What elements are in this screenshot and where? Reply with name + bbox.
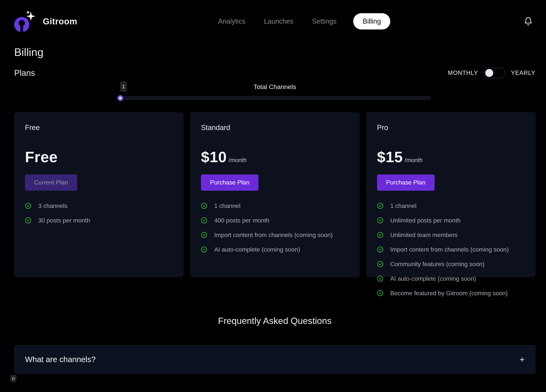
check-icon [201, 246, 207, 253]
faq-item-what-are-channels[interactable]: What are channels? + [14, 345, 535, 374]
billing-cycle-switch: MONTHLY YEARLY [448, 68, 535, 78]
feature-text: 30 posts per month [38, 217, 90, 224]
current-plan-button[interactable]: Current Plan [25, 174, 77, 191]
feature-text: Import content from channels (coming soo… [214, 232, 333, 239]
main-nav: Analytics Launches Settings Billing [216, 13, 390, 30]
monthly-label: MONTHLY [448, 70, 478, 76]
feature-list: 1 channel Unlimited posts per month Unli… [377, 202, 525, 297]
check-icon [377, 261, 384, 267]
feature-row: 400 posts per month [201, 217, 349, 224]
brand-name: Gitroom [43, 16, 77, 26]
feature-row: Import content from channels (coming soo… [201, 232, 349, 239]
feature-text: 1 channel [214, 202, 240, 209]
feature-text: Unlimited posts per month [390, 217, 461, 224]
feature-text: Import content from channels (coming soo… [390, 246, 509, 253]
feature-list: 3 channels 30 posts per month [25, 202, 173, 224]
feature-row: AI auto-complete (coming soon) [201, 246, 349, 253]
nav-item-launches[interactable]: Launches [262, 14, 295, 29]
check-icon [377, 246, 384, 253]
plus-icon[interactable]: + [520, 355, 525, 364]
plan-price-row: $15 /month [377, 148, 525, 166]
feature-row: AI auto-complete (coming soon) [377, 275, 525, 282]
check-icon [377, 232, 384, 238]
billing-cycle-toggle[interactable] [484, 68, 505, 78]
plan-name: Free [25, 124, 173, 132]
nav-item-billing[interactable]: Billing [353, 13, 390, 30]
toggle-knob [485, 69, 493, 77]
plan-price: Free [25, 148, 58, 166]
check-icon [25, 217, 31, 224]
plan-card-free: Free Free Current Plan 3 channels 30 pos… [14, 113, 183, 277]
check-icon [201, 203, 207, 209]
feature-text: AI auto-complete (coming soon) [214, 246, 300, 253]
slider-value-tooltip: 1 [120, 81, 127, 92]
plan-card-standard: Standard $10 /month Purchase Plan 1 chan… [190, 113, 359, 277]
feature-text: Become featured by Gitroom (coming soon) [390, 290, 508, 297]
plan-price-row: Free [25, 148, 173, 166]
check-icon [377, 217, 384, 224]
plan-price: $10 [201, 148, 227, 166]
faq-question: What are channels? [25, 355, 96, 364]
yearly-label: YEARLY [511, 70, 535, 76]
pricing-cards: Free Free Current Plan 3 channels 30 pos… [14, 113, 535, 277]
feature-row: 1 channel [201, 202, 349, 209]
feature-text: 400 posts per month [214, 217, 269, 224]
total-channels-slider: Total Channels 1 [119, 83, 431, 100]
bell-icon[interactable] [524, 16, 533, 26]
plan-name: Standard [201, 124, 349, 132]
feature-row: Unlimited posts per month [377, 217, 525, 224]
feature-text: Unlimited team members [390, 232, 458, 239]
feature-row: 3 channels [25, 202, 173, 209]
plans-header-row: Plans MONTHLY YEARLY [14, 68, 535, 78]
nav-item-analytics[interactable]: Analytics [216, 14, 247, 29]
billing-page: Billing Plans MONTHLY YEARLY Total Chann… [0, 46, 546, 374]
feature-row: Import content from channels (coming soo… [377, 246, 525, 253]
slider-label: Total Channels [119, 83, 431, 90]
plan-card-pro: Pro $15 /month Purchase Plan 1 channel U… [366, 113, 535, 277]
slider-handle[interactable] [117, 95, 123, 101]
feature-row: Unlimited team members [377, 232, 525, 239]
purchase-plan-button[interactable]: Purchase Plan [377, 174, 435, 191]
check-icon [201, 232, 207, 238]
plan-period: /month [405, 157, 423, 164]
feature-text: Community features (coming soon) [390, 261, 485, 268]
faq-heading: Frequently Asked Questions [14, 316, 535, 326]
feature-list: 1 channel 400 posts per month Import con… [201, 202, 349, 253]
status-hint: n [10, 375, 16, 382]
page-title: Billing [14, 46, 535, 59]
slider-track[interactable]: 1 [119, 96, 431, 100]
plan-period: /month [229, 157, 247, 164]
feature-text: 3 channels [38, 202, 68, 209]
plans-heading: Plans [14, 68, 35, 78]
plan-price-row: $10 /month [201, 148, 349, 166]
purchase-plan-button[interactable]: Purchase Plan [201, 174, 258, 191]
feature-text: AI auto-complete (coming soon) [390, 275, 476, 282]
feature-row: 1 channel [377, 202, 525, 209]
feature-text: 1 channel [390, 202, 416, 209]
nav-item-settings[interactable]: Settings [310, 14, 338, 29]
check-icon [377, 203, 384, 209]
check-icon [377, 275, 384, 282]
top-bar: Gitroom Analytics Launches Settings Bill… [0, 0, 546, 35]
feature-row: 30 posts per month [25, 217, 173, 224]
feature-row: Community features (coming soon) [377, 261, 525, 268]
check-icon [201, 217, 207, 224]
check-icon [377, 290, 384, 296]
plan-price: $15 [377, 148, 403, 166]
check-icon [25, 203, 31, 209]
feature-row: Become featured by Gitroom (coming soon) [377, 290, 525, 297]
plan-name: Pro [377, 124, 525, 132]
brand[interactable]: Gitroom [13, 9, 77, 34]
gitroom-logo-icon [13, 9, 38, 34]
